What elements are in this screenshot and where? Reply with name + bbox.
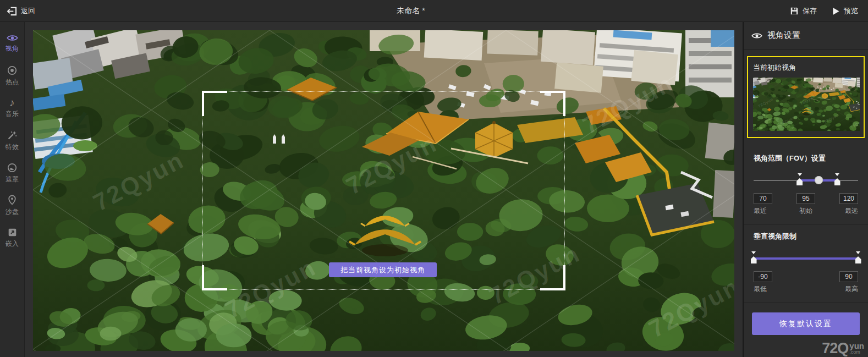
editor-canvas: 把当前视角设为初始视角 [25,22,743,357]
sidebar-item-hotspot[interactable]: 热点 [0,63,25,89]
fov-section-title: 视角范围（FOV）设置 [754,153,858,163]
current-initial-view-box[interactable]: 当前初始视角 [747,56,865,138]
sidebar-item-label: 沙盘 [6,207,19,217]
sidebar-item-mask[interactable]: 遮罩 [0,161,25,186]
effects-icon [7,130,17,140]
vertical-min-handle[interactable] [750,251,757,263]
fov-farthest-input[interactable] [839,193,858,204]
vertical-limit-section: 垂直视角限制 最低 最高 [744,224,868,294]
current-initial-view-label: 当前初始视角 [753,63,859,73]
vertical-highest: 最高 [839,271,858,294]
sidebar-item-embed[interactable]: 嵌入 [0,226,25,251]
vertical-limit-title: 垂直视角限制 [754,232,858,241]
sidebar-item-label: 热点 [6,78,19,87]
vertical-limit-slider[interactable] [754,251,858,266]
eye-icon [7,34,18,42]
back-icon [7,7,17,16]
selection-corner-top-right [540,91,565,116]
fov-initial: 初始 [796,193,815,216]
reset-section: 恢复默认设置 [744,303,868,335]
sidebar-item-label: 遮罩 [6,175,19,184]
vertical-lowest: 最低 [754,271,772,294]
preview-button[interactable]: 预览 [832,6,858,16]
panel-title: 视角设置 [767,30,800,41]
selection-corner-bottom-left [202,265,227,290]
selection-corner-bottom-right [540,265,565,290]
tool-sidebar: 视角 热点 ♪ 音乐 特效 遮罩 沙盘 [0,22,25,357]
fov-section: 视角范围（FOV）设置 最近 初始 最远 [744,146,868,216]
logo-yun: yun [849,342,864,350]
fov-initial-label: 初始 [799,206,812,216]
fov-nearest-input[interactable] [754,193,772,204]
sidebar-item-sandbox[interactable]: 沙盘 [0,193,25,218]
fov-nearest-label: 最近 [754,206,772,216]
sidebar-item-label: 特效 [6,142,19,152]
app-window: 返回 未命名 * 保存 预览 视角 [0,0,868,357]
hotspot-icon [7,65,17,75]
vertical-limit-values: 最低 最高 [754,271,858,294]
logo-com: .com [849,350,860,355]
vertical-slider-range [754,257,858,260]
restore-defaults-button[interactable]: 恢复默认设置 [752,312,860,335]
fov-farthest-label: 最远 [845,206,858,216]
sidebar-item-label: 嵌入 [6,239,19,249]
save-button[interactable]: 保存 [790,6,817,16]
fov-nearest: 最近 [754,193,772,216]
eye-icon [751,32,762,40]
logo-main: 72Q [822,340,848,356]
save-label: 保存 [803,6,817,16]
sidebar-item-music[interactable]: ♪ 音乐 [0,96,25,121]
vertical-lowest-label: 最低 [754,284,772,294]
fov-max-handle[interactable] [834,173,840,185]
selection-corner-top-left [202,91,227,116]
save-icon [790,7,799,15]
topbar-actions: 保存 预览 [790,0,858,22]
vertical-highest-input[interactable] [839,271,858,282]
view-settings-panel: 视角设置 当前初始视角 视角范围（FOV）设置 最近 [743,22,868,357]
fov-values: 最近 初始 最远 [754,193,858,216]
preview-label: 预览 [844,6,858,16]
set-initial-view-button[interactable]: 把当前视角设为初始视角 [329,262,437,277]
mask-icon [7,163,17,173]
vertical-lowest-input[interactable] [754,271,772,282]
panorama-viewport[interactable]: 把当前视角设为初始视角 [33,30,734,351]
fov-initial-handle[interactable] [815,176,823,184]
current-initial-view-thumbnail [753,78,860,131]
sidebar-item-label: 音乐 [6,109,19,119]
sidebar-item-label: 视角 [6,44,19,53]
fov-farthest: 最远 [839,193,858,216]
fov-slider[interactable] [754,173,858,188]
map-pin-icon [8,195,17,205]
music-icon: ♪ [9,98,15,107]
play-icon [832,7,840,15]
back-button[interactable]: 返回 [7,0,35,22]
initial-view-selection-frame[interactable] [202,91,565,290]
720yun-logo: 72Q yun .com [822,340,864,356]
sidebar-item-view[interactable]: 视角 [0,31,25,56]
panel-header: 视角设置 [744,22,868,50]
back-label: 返回 [21,6,35,16]
vertical-highest-label: 最高 [845,284,858,294]
fov-initial-input[interactable] [796,193,815,204]
vertical-max-handle[interactable] [855,251,861,263]
embed-icon [8,228,17,237]
topbar: 返回 未命名 * 保存 预览 [0,0,868,22]
sidebar-item-effects[interactable]: 特效 [0,128,25,153]
fov-min-handle[interactable] [796,173,803,185]
project-title: 未命名 * [397,0,425,22]
